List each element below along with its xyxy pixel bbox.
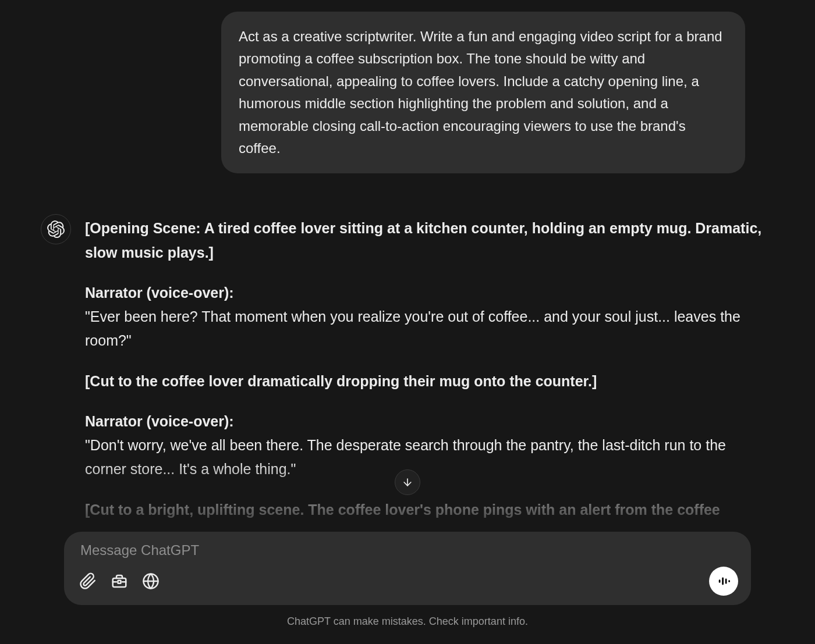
response-scene-direction: [Cut to the coffee lover dramatically dr… bbox=[85, 373, 597, 389]
web-search-button[interactable] bbox=[142, 572, 160, 590]
user-message-row: Act as a creative scriptwriter. Write a … bbox=[41, 12, 774, 173]
openai-logo-icon bbox=[47, 220, 65, 238]
svg-rect-6 bbox=[722, 578, 724, 585]
response-scene-direction: [Cut to a bright, uplifting scene. The c… bbox=[85, 501, 720, 518]
response-dialogue: "Ever been here? That moment when you re… bbox=[85, 308, 740, 348]
toolbar-left bbox=[77, 572, 160, 590]
response-speaker-label: Narrator (voice-over): bbox=[85, 413, 234, 429]
message-input-placeholder[interactable]: Message ChatGPT bbox=[77, 542, 738, 558]
disclaimer-text: ChatGPT can make mistakes. Check importa… bbox=[64, 615, 751, 628]
attachment-button[interactable] bbox=[79, 572, 97, 590]
chat-container: Act as a creative scriptwriter. Write a … bbox=[0, 0, 815, 644]
svg-rect-2 bbox=[118, 581, 121, 583]
paperclip-icon bbox=[79, 572, 97, 590]
assistant-content: [Opening Scene: A tired coffee lover sit… bbox=[85, 214, 774, 538]
response-scene-direction: [Opening Scene: A tired coffee lover sit… bbox=[85, 220, 761, 260]
message-input-box[interactable]: Message ChatGPT bbox=[64, 532, 751, 605]
arrow-down-icon bbox=[402, 476, 413, 488]
globe-icon bbox=[142, 572, 160, 590]
user-message: Act as a creative scriptwriter. Write a … bbox=[221, 12, 745, 173]
scroll-to-bottom-button[interactable] bbox=[395, 469, 420, 495]
assistant-avatar bbox=[41, 214, 71, 244]
voice-input-button[interactable] bbox=[709, 567, 738, 596]
response-speaker-label: Narrator (voice-over): bbox=[85, 284, 234, 301]
tools-button[interactable] bbox=[111, 572, 128, 590]
audio-waveform-icon bbox=[717, 575, 730, 588]
svg-rect-8 bbox=[728, 580, 730, 582]
svg-rect-7 bbox=[725, 578, 727, 583]
input-toolbar bbox=[77, 567, 738, 596]
toolbox-icon bbox=[111, 572, 128, 590]
input-area: Message ChatGPT bbox=[0, 532, 815, 644]
svg-rect-5 bbox=[719, 579, 721, 583]
